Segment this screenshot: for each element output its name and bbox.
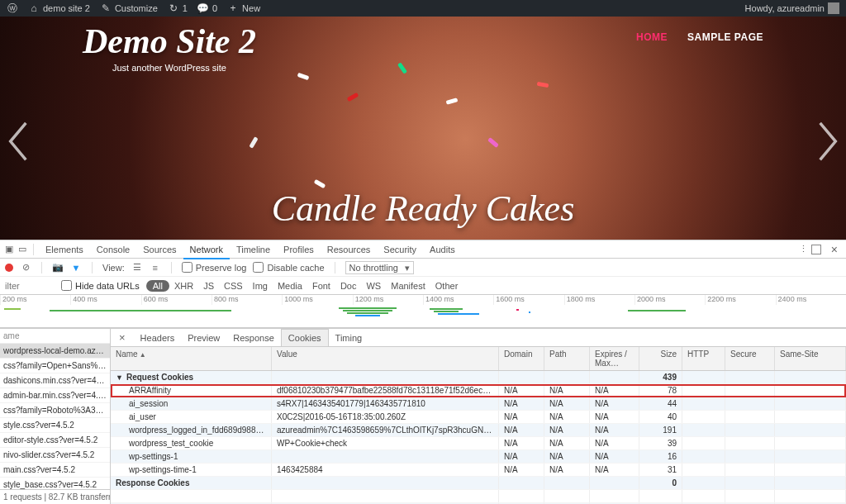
col-expires[interactable]: Expires / Max… [590, 347, 639, 370]
nav-sample-page[interactable]: SAMPLE PAGE [687, 31, 763, 43]
request-cookies-section[interactable]: ▼Request Cookies 439 [111, 371, 846, 384]
col-samesite[interactable]: Same-Site [775, 347, 846, 370]
disable-cache-checkbox[interactable]: Disable cache [253, 262, 324, 273]
wp-howdy[interactable]: Howdy, azureadmin [745, 2, 839, 14]
col-secure[interactable]: Secure [725, 347, 775, 370]
slide-caption: Candle Ready Cakes [0, 188, 846, 230]
devtools-tab-elements[interactable]: Elements [39, 241, 90, 258]
timeline-tick: 1800 ms [564, 295, 634, 305]
device-mode-icon[interactable]: ▭ [17, 244, 28, 255]
slider-next[interactable] [816, 121, 839, 156]
name-column-header[interactable]: ame [0, 329, 110, 344]
preserve-log-checkbox[interactable]: Preserve log [182, 262, 247, 273]
hero-banner: Demo Site 2 Just another WordPress site … [0, 17, 846, 240]
devtools-tab-profiles[interactable]: Profiles [277, 241, 321, 258]
table-row [111, 490, 846, 503]
detail-close-icon[interactable]: × [112, 331, 132, 344]
devtools-tab-security[interactable]: Security [377, 241, 423, 258]
response-cookies-section[interactable]: Response Cookies 0 [111, 477, 846, 490]
timeline-tick: 600 ms [141, 295, 212, 305]
devtools-tab-resources[interactable]: Resources [321, 241, 378, 258]
detail-tab-timing[interactable]: Timing [329, 330, 369, 346]
filter-type-media[interactable]: Media [273, 279, 307, 292]
wp-comments[interactable]: 💬0 [197, 2, 217, 14]
detail-tab-preview[interactable]: Preview [181, 330, 226, 346]
detail-tab-response[interactable]: Response [226, 330, 281, 346]
timeline-tick: 1400 ms [423, 295, 493, 305]
col-size[interactable]: Size [639, 347, 682, 370]
dock-icon[interactable] [811, 245, 821, 254]
request-item[interactable]: style.css?ver=4.5.2 [0, 418, 110, 433]
site-branding: Demo Site 2 Just another WordPress site [83, 26, 256, 73]
timeline-tick: 2400 ms [776, 295, 846, 305]
detail-tab-headers[interactable]: Headers [134, 330, 182, 346]
throttle-select[interactable]: No throttling [345, 261, 414, 274]
filter-type-doc[interactable]: Doc [335, 279, 362, 292]
inspect-element-icon[interactable]: ▣ [3, 244, 15, 255]
wp-new[interactable]: +New [227, 2, 260, 14]
cookie-row[interactable]: wordpress_logged_in_fdd689d988fb4ab8fab9… [111, 424, 846, 437]
request-item[interactable]: admin-bar.min.css?ver=4.5.2 [0, 388, 110, 403]
timeline-tick: 800 ms [212, 295, 282, 305]
clear-icon[interactable]: ⊘ [20, 262, 31, 273]
network-timeline[interactable]: 200 ms400 ms600 ms800 ms1000 ms1200 ms14… [0, 295, 846, 328]
request-item[interactable]: css?family=Open+Sans%3A300… [0, 359, 110, 373]
devtools-tab-console[interactable]: Console [90, 241, 136, 258]
wp-updates[interactable]: ↻1 [168, 2, 188, 14]
filter-type-xhr[interactable]: XHR [169, 279, 198, 292]
request-item[interactable]: dashicons.min.css?ver=4.5.2 [0, 373, 110, 388]
request-item[interactable]: nivo-slider.css?ver=4.5.2 [0, 448, 110, 463]
filter-type-font[interactable]: Font [307, 279, 335, 292]
request-list: ame wordpress-local-demo.azurewe…css?fam… [0, 329, 111, 504]
slider-prev[interactable] [7, 121, 30, 156]
cookies-table: Name▲ Value Domain Path Expires / Max… S… [111, 347, 846, 504]
devtools-tab-timeline[interactable]: Timeline [230, 241, 277, 258]
filter-type-all[interactable]: All [146, 280, 169, 292]
filter-type-css[interactable]: CSS [219, 279, 248, 292]
network-toolbar: ⊘ 📷 ▼ View: ☰ ≡ Preserve log Disable cac… [0, 259, 846, 277]
table-header: Name▲ Value Domain Path Expires / Max… S… [111, 347, 846, 371]
filter-type-ws[interactable]: WS [361, 279, 386, 292]
request-item[interactable]: style_base.css?ver=4.5.2 [0, 478, 110, 489]
devtools-tab-sources[interactable]: Sources [136, 241, 183, 258]
filter-input[interactable] [5, 281, 55, 291]
col-value[interactable]: Value [272, 347, 499, 370]
avatar-icon [828, 2, 839, 14]
cookie-row[interactable]: wp-settings-time-11463425884N/AN/AN/A31 [111, 464, 846, 477]
status-bar: 1 requests | 82.7 KB transferred | [0, 489, 110, 504]
devtools-tab-audits[interactable]: Audits [423, 241, 462, 258]
cookie-row[interactable]: wordpress_test_cookieWP+Cookie+checkN/AN… [111, 437, 846, 450]
devtools-menu-icon[interactable]: ⋮ [798, 244, 810, 255]
request-item[interactable]: main.css?ver=4.5.2 [0, 463, 110, 478]
filter-type-manifest[interactable]: Manifest [386, 279, 430, 292]
wp-logo[interactable]: ⓦ [7, 2, 18, 14]
record-icon[interactable] [5, 264, 13, 272]
col-name[interactable]: Name▲ [111, 347, 272, 370]
detail-tab-cookies[interactable]: Cookies [281, 329, 329, 346]
timeline-tick: 1200 ms [353, 295, 423, 305]
request-item[interactable]: editor-style.css?ver=4.5.2 [0, 433, 110, 448]
wp-site-link[interactable]: ⌂demo site 2 [28, 2, 90, 14]
nav-home[interactable]: HOME [636, 31, 668, 43]
devtools-tab-network[interactable]: Network [183, 241, 230, 259]
hide-data-urls-checkbox[interactable]: Hide data URLs [61, 280, 140, 291]
cookie-row[interactable]: ai_sessions4RX7|1463435401779|1463435771… [111, 397, 846, 411]
cookie-row[interactable]: ARRAffinitydf06810230b379477bafbe22588fd… [111, 384, 846, 397]
capture-screenshots-icon[interactable]: 📷 [52, 262, 64, 273]
filter-type-img[interactable]: Img [248, 279, 273, 292]
request-item[interactable]: css?family=Roboto%3A300%2… [0, 403, 110, 418]
cookie-row[interactable]: ai_userX0C2S|2016-05-16T18:35:00.260ZN/A… [111, 411, 846, 424]
filter-type-other[interactable]: Other [430, 279, 463, 292]
view-small-icon[interactable]: ≡ [150, 262, 161, 273]
view-large-icon[interactable]: ☰ [131, 262, 143, 273]
col-domain[interactable]: Domain [499, 347, 544, 370]
filter-type-js[interactable]: JS [198, 279, 219, 292]
devtools-close-icon[interactable]: × [826, 243, 843, 256]
cookie-row[interactable]: wp-settings-1N/AN/AN/A16 [111, 450, 846, 464]
filter-icon[interactable]: ▼ [70, 262, 82, 273]
request-item[interactable]: wordpress-local-demo.azurewe… [0, 344, 110, 359]
wp-admin-bar: ⓦ ⌂demo site 2 ✎Customize ↻1 💬0 +New How… [0, 0, 846, 17]
wp-customize[interactable]: ✎Customize [100, 2, 158, 14]
col-http[interactable]: HTTP [682, 347, 725, 370]
col-path[interactable]: Path [544, 347, 590, 370]
